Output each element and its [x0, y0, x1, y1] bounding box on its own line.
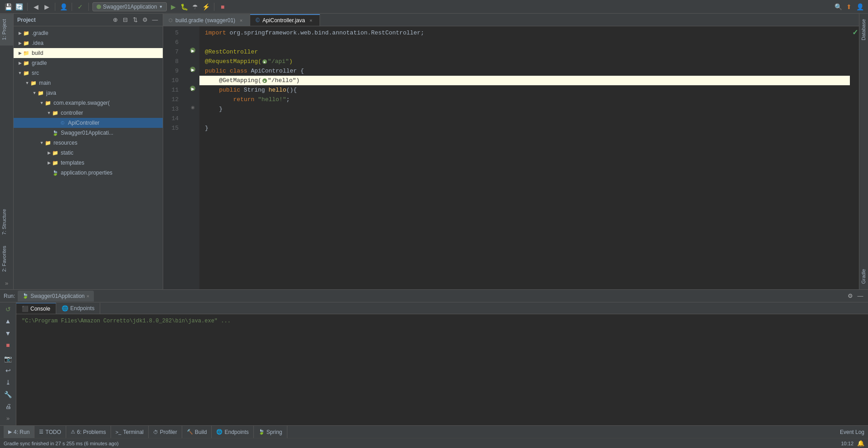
scroll-up-button[interactable]: ▲ — [2, 316, 14, 326]
toolbar-sep-4 — [88, 3, 89, 11]
profile-button[interactable]: ⚡ — [201, 2, 210, 11]
coverage-button[interactable]: ☂ — [190, 2, 199, 11]
status-bottom-bar: Gradle sync finished in 27 s 255 ms (6 m… — [0, 438, 868, 448]
collapse-all-icon[interactable]: ⊟ — [121, 16, 129, 24]
scroll-down-button[interactable]: ▼ — [2, 328, 14, 338]
code-line-9: public class ApiController { — [205, 66, 844, 76]
left-panel-structure[interactable]: 7: Structure — [0, 204, 13, 240]
tab-api-controller[interactable]: © ApiController.java × — [250, 14, 320, 26]
spring-inline-icon-8: ▶ — [262, 59, 267, 64]
tree-item-swagger-app[interactable]: 🍃 Swagger01Applicati... — [14, 128, 163, 138]
tree-item-package[interactable]: ▼ 📁 com.example.swagger( — [14, 98, 163, 108]
tree-item-templates[interactable]: ▶ 📁 templates — [14, 158, 163, 168]
debug-button[interactable]: 🐛 — [179, 2, 189, 11]
left-panel-favorites[interactable]: 2: Favorites — [0, 240, 13, 277]
back-icon[interactable]: ◀ — [31, 2, 40, 11]
run-config-button[interactable]: Swagger01Application ▼ — [92, 2, 167, 11]
save-icon[interactable]: 💾 — [4, 2, 13, 11]
stop-run-button[interactable]: ■ — [2, 340, 14, 350]
console-tab-endpoints[interactable]: 🌐 Endpoints — [56, 303, 100, 314]
tab-close-api[interactable]: × — [308, 17, 314, 24]
tree-item-apicontroller[interactable]: © ApiController — [14, 118, 163, 128]
close-panel-icon[interactable]: — — [151, 16, 159, 24]
tab-build-gradle[interactable]: ⬡ build.gradle (swagger01) × — [163, 14, 250, 26]
console-line-1: "C:\Program Files\Amazon Corretto\jdk1.8… — [22, 317, 863, 326]
line-num-12: 12 — [163, 95, 182, 104]
status-tab-build-label: Build — [195, 429, 207, 435]
tree-item-src[interactable]: ▼ 📁 src — [14, 68, 163, 78]
tab-close-build[interactable]: × — [238, 17, 244, 24]
run-tab-swagger[interactable]: 🍃 Swagger01Application × — [18, 291, 94, 302]
tree-item-static[interactable]: ▶ 📁 static — [14, 148, 163, 158]
restart-button[interactable]: ↺ — [2, 304, 14, 314]
settings-icon[interactable]: ⚙ — [141, 16, 149, 24]
tree-item-main[interactable]: ▼ 📁 main — [14, 78, 163, 88]
code-line-5: import org.springframework.web.bind.anno… — [205, 28, 844, 38]
line-num-14: 14 — [163, 114, 182, 123]
tree-item-resources[interactable]: ▼ 📁 resources — [14, 138, 163, 148]
tree-label: main — [39, 80, 51, 86]
tree-label: ApiController — [68, 120, 99, 126]
forward-icon[interactable]: ▶ — [42, 2, 51, 11]
status-tab-build[interactable]: 🔨 Build — [182, 426, 212, 438]
user-icon[interactable]: 👤 — [59, 2, 68, 11]
tree-label: com.example.swagger( — [53, 100, 110, 106]
code-line-12: return "hello!"; — [205, 95, 844, 104]
stop-button[interactable]: ■ — [218, 2, 227, 11]
run-header: Run: 🍃 Swagger01Application × ⚙ — — [0, 290, 868, 302]
status-tab-terminal[interactable]: >_ Terminal — [111, 426, 149, 438]
git-icon[interactable]: ✓ — [76, 2, 85, 11]
tree-arrow: ▼ — [17, 70, 23, 76]
tree-arrow: ▼ — [39, 140, 44, 146]
tree-item-gradle[interactable]: ▶ 📁 gradle — [14, 58, 163, 68]
console-tab-label: Console — [30, 306, 50, 312]
sync-icon[interactable]: 🔄 — [15, 2, 24, 11]
folder-icon: 📁 — [23, 29, 30, 37]
code-content[interactable]: import org.springframework.web.bind.anno… — [199, 26, 850, 289]
wrap-lines-button[interactable]: ↩ — [2, 365, 14, 375]
run-settings-icon[interactable]: ⚙ — [846, 292, 854, 300]
status-tab-run[interactable]: ▶ 4: Run — [4, 426, 34, 438]
event-log-link[interactable]: Event Log — [840, 429, 864, 435]
tree-item-idea[interactable]: ▶ 📁 .idea — [14, 38, 163, 48]
status-tab-profiler[interactable]: ⏱ Profiler — [149, 426, 182, 438]
status-tab-profiler-label: Profiler — [160, 429, 177, 435]
line-num-7: 7 — [163, 47, 182, 57]
tree-item-app-props[interactable]: 🍃 application.properties — [14, 168, 163, 178]
line-numbers: 5 6 7 8 9 10 11 12 13 14 15 — [163, 26, 186, 289]
tree-item-gradle-hidden[interactable]: ▶ 📁 .gradle — [14, 28, 163, 38]
tree-arrow: ▶ — [17, 30, 23, 36]
left-panel-project[interactable]: 1: Project — [0, 14, 13, 45]
console-tab-console[interactable]: ⬛ Console — [16, 303, 56, 314]
locate-icon[interactable]: ⊕ — [111, 16, 119, 24]
print-button[interactable]: 🖨 — [2, 401, 14, 411]
camera-button[interactable]: 📷 — [2, 354, 14, 364]
editor-tabs: ⬡ build.gradle (swagger01) × © ApiContro… — [163, 14, 859, 26]
left-panel-more[interactable]: » — [0, 277, 13, 289]
status-tab-todo[interactable]: ☰ TODO — [34, 426, 66, 438]
folder-icon: 📁 — [52, 149, 59, 156]
run-button[interactable]: ▶ — [169, 2, 178, 11]
notification-icon[interactable]: 🔔 — [857, 440, 864, 447]
spring-status-icon: 🍃 — [258, 429, 265, 435]
tree-label: src — [32, 70, 39, 76]
run-tab-close-icon[interactable]: × — [87, 293, 89, 299]
scroll-end-button[interactable]: ⤓ — [2, 377, 14, 387]
gradle-panel-label[interactable]: Gradle — [859, 265, 868, 287]
tree-item-java-folder[interactable]: ▼ 📁 java — [14, 88, 163, 98]
run-minimize-icon[interactable]: — — [856, 292, 864, 300]
more-tools-button[interactable]: » — [6, 413, 10, 424]
tree-item-build[interactable]: ▶ 📁 build — [14, 48, 163, 58]
status-tab-spring[interactable]: 🍃 Spring — [254, 426, 287, 438]
tree-item-controller[interactable]: ▼ 📁 controller — [14, 108, 163, 118]
search-button[interactable]: 🔍 — [834, 2, 843, 11]
database-panel-label[interactable]: Database — [859, 15, 868, 44]
filter-button[interactable]: 🔧 — [2, 390, 14, 399]
code-line-15: } — [205, 123, 844, 133]
status-tab-problems[interactable]: ⚠ 6: Problems — [66, 426, 111, 438]
sort-icon[interactable]: ⇅ — [131, 16, 139, 24]
status-tab-endpoints[interactable]: 🌐 Endpoints — [212, 426, 253, 438]
gutter-11: ▶ — [186, 83, 199, 93]
update-button[interactable]: ⬆ — [844, 2, 853, 11]
account-icon[interactable]: 👤 — [855, 2, 864, 11]
